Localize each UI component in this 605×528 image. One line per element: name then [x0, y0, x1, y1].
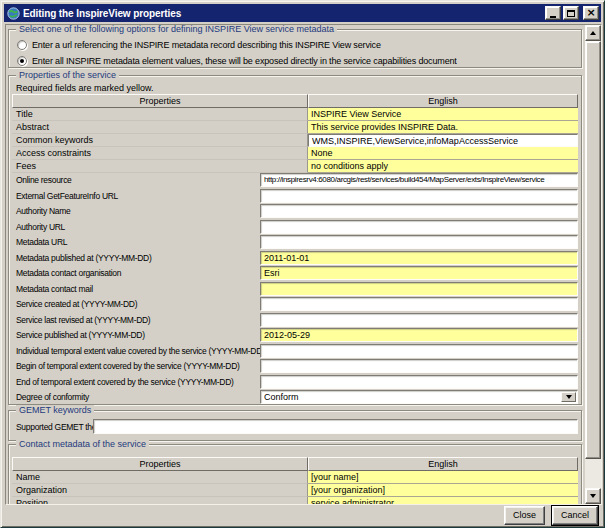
column-header-properties: Properties — [12, 457, 308, 471]
form-row-service-created-at-yyyy-mm-dd: Service created at (YYYY-MM-DD) — [9, 297, 581, 312]
table-row-name: Name[your name] — [12, 471, 578, 484]
column-header-english: English — [308, 457, 578, 471]
group-title: Contact metadata of the service — [16, 439, 149, 450]
group-title: GEMET keywords — [16, 405, 94, 416]
form-label: Individual temporal extent value covered… — [16, 346, 265, 356]
form-row-external-getfeatureinfo-url: External GetFeatureInfo URL — [9, 189, 581, 204]
minimize-button[interactable] — [545, 6, 561, 20]
cancel-button[interactable]: Cancel — [552, 506, 598, 525]
form-label: Metadata published at (YYYY-MM-DD) — [16, 253, 151, 263]
form-row-begin-of-temporal-extent-covered-by-the-service-yyyy-mm-dd: Begin of temporal extent covered by the … — [9, 359, 581, 374]
form-label: Service created at (YYYY-MM-DD) — [16, 299, 137, 309]
form-label: Authority URL — [16, 222, 65, 232]
form-row-individual-temporal-extent-value-covered-by-the-service-yyyy-mm-dd: Individual temporal extent value covered… — [9, 344, 581, 359]
form-row-authority-name: Authority Name — [9, 204, 581, 219]
form-label: External GetFeatureInfo URL — [16, 191, 118, 201]
group-title: Select one of the following options for … — [16, 25, 337, 35]
metadata-options-group: Select one of the following options for … — [8, 29, 582, 68]
form-label: Metadata contact organisation — [16, 268, 121, 278]
table-row-organization: Organization[your organization] — [12, 484, 578, 497]
form-label: Service last revised at (YYYY-MM-DD) — [16, 315, 150, 325]
radio-option-metadata-url[interactable]: Enter a url referencing the INSPIRE meta… — [17, 39, 381, 51]
form-label: Service published at (YYYY-MM-DD) — [16, 330, 145, 340]
form-label: Degree of conformity — [16, 392, 89, 402]
vertical-scrollbar[interactable] — [585, 25, 601, 504]
position-field[interactable]: service administrator — [308, 497, 578, 504]
minimize-icon — [550, 16, 556, 18]
close-window-button[interactable]: × — [583, 6, 599, 20]
authority-name-input[interactable] — [260, 204, 578, 218]
form-row-end-of-temporal-extent-covered-by-the-service-yyyy-mm-dd: End of temporal extent covered by the se… — [9, 375, 581, 390]
form-row-authority-url: Authority URL — [9, 220, 581, 235]
form-row-degree-of-conformity: Degree of conformityConform — [9, 390, 581, 405]
individual-temporal-extent-value-covered-by-the-service-yyyy-mm-dd-input[interactable] — [260, 344, 578, 358]
gemet-themes-input[interactable] — [93, 419, 578, 434]
radio-label: Enter a url referencing the INSPIRE meta… — [32, 40, 381, 50]
dropdown-arrow-button[interactable] — [561, 392, 576, 402]
gemet-keywords-group: GEMET keywords Supported GEMET themes — [8, 410, 582, 441]
table-row-position: Positionservice administrator — [12, 497, 578, 504]
metadata-url-input[interactable] — [260, 235, 578, 249]
form-label: Authority Name — [16, 206, 70, 216]
contact-metadata-group: Contact metadata of the service Properti… — [8, 444, 582, 504]
form-row-metadata-contact-organisation: Metadata contact organisationEsri — [9, 266, 581, 281]
degree-of-conformity-select[interactable]: Conform — [260, 390, 578, 404]
radio-option-metadata-values[interactable]: Enter all INSPIRE metadata element value… — [17, 55, 457, 67]
metadata-contact-organisation-input[interactable]: Esri — [260, 266, 578, 280]
name-field[interactable]: [your name] — [308, 471, 578, 484]
begin-of-temporal-extent-covered-by-the-service-yyyy-mm-dd-input[interactable] — [260, 359, 578, 373]
service-created-at-yyyy-mm-dd-input[interactable] — [260, 297, 578, 311]
properties-form: Online resourcehttp://inspiresrv4:6080/a… — [9, 76, 581, 404]
property-label: Name — [12, 471, 308, 484]
service-properties-group: Properties of the service Required field… — [8, 75, 582, 405]
scroll-down-button[interactable] — [585, 488, 601, 504]
contact-table-header: Properties English — [12, 457, 578, 471]
service-last-revised-at-yyyy-mm-dd-input[interactable] — [260, 313, 578, 327]
chevron-down-icon — [566, 395, 572, 399]
form-row-service-last-revised-at-yyyy-mm-dd: Service last revised at (YYYY-MM-DD) — [9, 313, 581, 328]
form-label: Online resource — [16, 175, 72, 185]
close-button[interactable]: Close — [504, 506, 545, 525]
form-row-metadata-published-at-yyyy-mm-dd: Metadata published at (YYYY-MM-DD)2011-0… — [9, 251, 581, 266]
external-getfeatureinfo-url-input[interactable] — [260, 189, 578, 203]
form-label: Metadata contact mail — [16, 284, 93, 294]
service-published-at-yyyy-mm-dd-input[interactable]: 2012-05-29 — [260, 328, 578, 342]
contact-grid: Name[your name]Organization[your organiz… — [12, 471, 578, 504]
form-row-metadata-contact-mail: Metadata contact mail — [9, 282, 581, 297]
online-resource-input[interactable]: http://inspiresrv4:6080/arcgis/rest/serv… — [260, 173, 578, 187]
globe-icon — [7, 7, 20, 20]
property-label: Position — [12, 497, 308, 504]
organization-field[interactable]: [your organization] — [308, 484, 578, 497]
radio-label: Enter all INSPIRE metadata element value… — [32, 56, 457, 66]
scroll-down-arrow-icon — [590, 494, 596, 498]
radio-button-icon[interactable] — [17, 40, 27, 50]
scroll-up-arrow-icon — [590, 31, 596, 35]
close-icon: × — [586, 8, 595, 18]
radio-button-icon[interactable] — [17, 56, 27, 66]
end-of-temporal-extent-covered-by-the-service-yyyy-mm-dd-input[interactable] — [260, 375, 578, 389]
form-row-service-published-at-yyyy-mm-dd: Service published at (YYYY-MM-DD)2012-05… — [9, 328, 581, 343]
title-bar[interactable]: Editing the InspireView properties × — [4, 4, 601, 22]
maximize-icon — [567, 10, 575, 17]
maximize-button[interactable] — [563, 6, 579, 20]
dialog-editing-inspireview-properties: Editing the InspireView properties × Sel… — [0, 0, 605, 528]
form-row-metadata-url: Metadata URL — [9, 235, 581, 250]
form-label: Begin of temporal extent covered by the … — [16, 361, 240, 371]
form-label: Metadata URL — [16, 237, 67, 247]
scroll-viewport: Select one of the following options for … — [5, 24, 602, 505]
scroll-up-button[interactable] — [585, 25, 601, 41]
form-row-online-resource: Online resourcehttp://inspiresrv4:6080/a… — [9, 173, 581, 188]
form-label: End of temporal extent covered by the se… — [16, 377, 234, 387]
metadata-published-at-yyyy-mm-dd-input[interactable]: 2011-01-01 — [260, 251, 578, 265]
metadata-contact-mail-input[interactable] — [260, 282, 578, 296]
dialog-content: Select one of the following options for … — [6, 25, 585, 504]
scrollbar-thumb[interactable] — [585, 41, 601, 459]
property-label: Organization — [12, 484, 308, 497]
authority-url-input[interactable] — [260, 220, 578, 234]
window-title: Editing the InspireView properties — [23, 8, 545, 19]
